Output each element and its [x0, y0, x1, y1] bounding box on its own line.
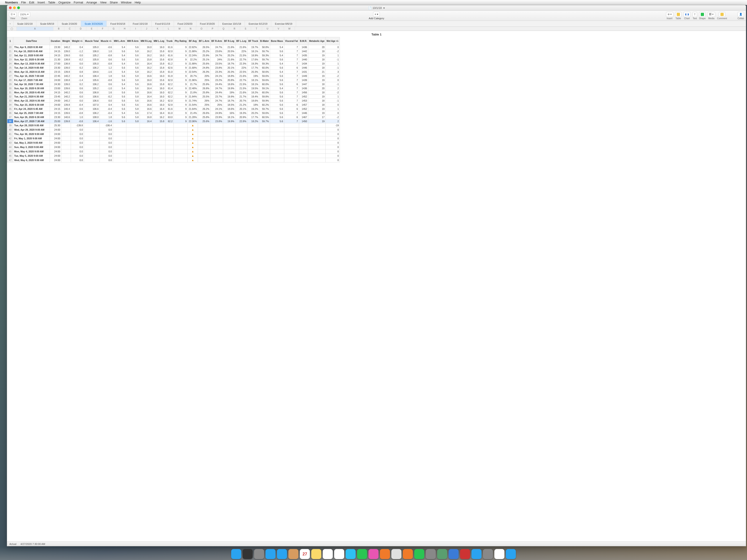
menu-file[interactable]: File	[21, 1, 26, 4]
menu-organize[interactable]: Organize	[58, 1, 71, 4]
menu-edit[interactable]: Edit	[29, 1, 34, 4]
menu-view[interactable]: View	[100, 1, 106, 4]
menubar: Numbers FileEditInsertTableOrganizeForma…	[0, 0, 747, 5]
menu-share[interactable]: Share	[110, 1, 118, 4]
menu-format[interactable]: Format	[74, 1, 83, 4]
menubar-app[interactable]: Numbers	[5, 1, 18, 4]
menu-insert[interactable]: Insert	[37, 1, 45, 4]
menu-help[interactable]: Help	[134, 1, 141, 4]
menu-arrange[interactable]: Arrange	[86, 1, 97, 4]
menu-table[interactable]: Table	[48, 1, 55, 4]
menu-window[interactable]: Window	[121, 1, 131, 4]
